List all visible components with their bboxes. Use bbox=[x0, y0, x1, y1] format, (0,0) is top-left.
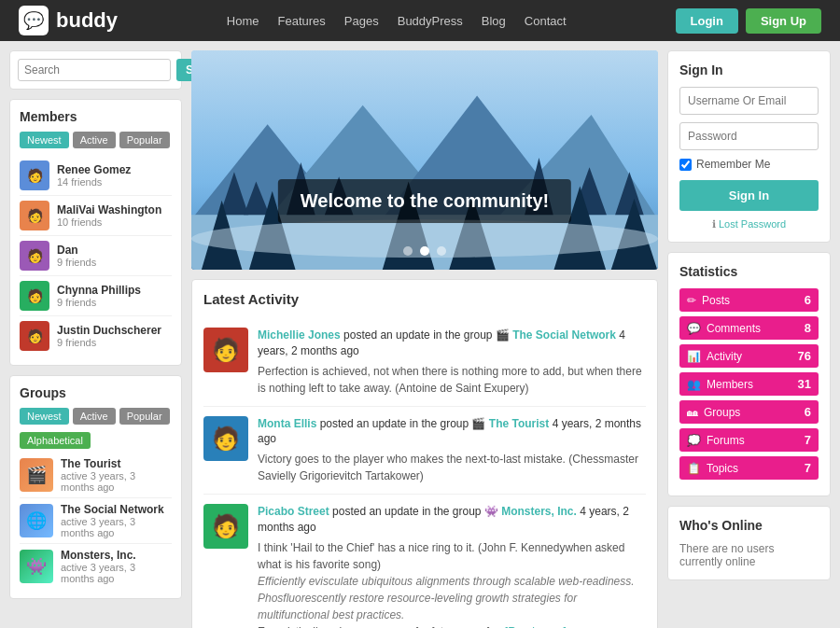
group-item: 🌐 The Social Network active 3 years, 3 m… bbox=[20, 498, 172, 544]
signin-password-input[interactable] bbox=[679, 122, 819, 150]
topics-icon: 📋 bbox=[687, 462, 701, 475]
activity-icon: 📊 bbox=[687, 350, 701, 363]
member-meta: 9 friends bbox=[57, 297, 141, 308]
member-info: Renee Gomez 14 friends bbox=[57, 163, 131, 188]
stat-left: 💬 Comments bbox=[687, 322, 761, 335]
group-avatar: 🌐 bbox=[20, 504, 53, 537]
nav-blog[interactable]: Blog bbox=[482, 14, 506, 28]
member-name[interactable]: Chynna Phillips bbox=[57, 284, 141, 297]
member-name[interactable]: Dan bbox=[57, 244, 96, 257]
member-name[interactable]: Renee Gomez bbox=[57, 163, 131, 176]
stat-left: 👥 Members bbox=[687, 378, 753, 391]
activity-group-link[interactable]: The Social Network bbox=[512, 328, 616, 342]
stat-members: 👥 Members 31 bbox=[679, 372, 819, 396]
remember-me-checkbox[interactable] bbox=[679, 159, 692, 171]
nav-home[interactable]: Home bbox=[227, 14, 259, 28]
group-name[interactable]: The Tourist bbox=[61, 457, 172, 470]
slider-dot-active[interactable] bbox=[420, 246, 429, 256]
activity-body-plain: I think 'Hail to the Chief' has a nice r… bbox=[258, 541, 624, 571]
activity-user-link[interactable]: Michellie Jones bbox=[258, 328, 341, 342]
logo-icon: 💬 bbox=[19, 6, 49, 35]
stat-groups: 🏘 Groups 6 bbox=[679, 400, 819, 424]
group-meta: active 3 years, 3 months ago bbox=[61, 470, 172, 493]
snow-scene: Welcome to the community! bbox=[191, 50, 658, 270]
signin-title: Sign In bbox=[679, 63, 819, 77]
activity-avatar: 🧑 bbox=[203, 504, 248, 549]
stat-activity: 📊 Activity 76 bbox=[679, 344, 819, 368]
stat-label: Activity bbox=[707, 350, 742, 363]
members-filters: Newest Active Popular bbox=[20, 132, 172, 148]
avatar: 🧑 bbox=[20, 160, 49, 190]
stat-label: Members bbox=[707, 378, 753, 391]
logo-area: 💬 buddy bbox=[19, 6, 118, 35]
member-item: 🧑 MaliVai Washington 10 friends bbox=[20, 196, 172, 236]
stat-left: 📋 Topics bbox=[687, 462, 738, 475]
group-item: 👾 Monsters, Inc. active 3 years, 3 month… bbox=[20, 544, 172, 589]
activity-group-link[interactable]: Monsters, Inc. bbox=[501, 505, 577, 518]
group-info: The Social Network active 3 years, 3 mon… bbox=[61, 503, 172, 538]
members-filter-active[interactable]: Active bbox=[73, 132, 116, 148]
stat-count: 31 bbox=[798, 377, 811, 391]
stat-count: 6 bbox=[805, 293, 811, 307]
pencil-icon: ✏ bbox=[687, 294, 696, 307]
activity-action: posted an update in the group bbox=[320, 417, 472, 430]
group-avatar: 🎬 bbox=[20, 458, 53, 492]
who-online-message: There are no users currently online bbox=[679, 542, 819, 568]
main-content: Welcome to the community! Latest Activit… bbox=[191, 50, 658, 628]
avatar-img: 🧑 bbox=[20, 281, 49, 311]
activity-body: I think 'Hail to the Chief' has a nice r… bbox=[258, 539, 646, 628]
member-name[interactable]: MaliVai Washington bbox=[57, 203, 161, 216]
nav-contact[interactable]: Contact bbox=[525, 14, 567, 28]
groups-filter-newest[interactable]: Newest bbox=[20, 408, 69, 425]
activity-content: Picabo Street posted an update in the gr… bbox=[258, 504, 646, 628]
nav-pages[interactable]: Pages bbox=[344, 14, 379, 28]
activity-group-link[interactable]: The Tourist bbox=[489, 417, 549, 430]
member-info: Justin Duchscherer 9 friends bbox=[57, 324, 161, 348]
activity-avatar: 🧑 bbox=[203, 328, 248, 372]
forums-icon: 💭 bbox=[687, 434, 701, 447]
groups-filter-popular[interactable]: Popular bbox=[119, 408, 170, 425]
signin-username-input[interactable] bbox=[679, 87, 819, 115]
stat-posts: ✏ Posts 6 bbox=[679, 288, 819, 312]
activity-body: Victory goes to the player who makes the… bbox=[258, 451, 646, 484]
search-input[interactable] bbox=[18, 59, 171, 81]
signin-panel: Sign In Remember Me Sign In ℹ Lost Passw… bbox=[667, 50, 831, 243]
avatar: 🧑 bbox=[20, 201, 49, 230]
group-info: Monsters, Inc. active 3 years, 3 months … bbox=[61, 549, 172, 584]
stat-left: 📊 Activity bbox=[687, 350, 742, 363]
groups-filter-active[interactable]: Active bbox=[73, 408, 116, 425]
member-meta: 14 friends bbox=[57, 176, 131, 188]
remember-me-row: Remember Me bbox=[679, 158, 819, 171]
signup-button[interactable]: Sign Up bbox=[746, 8, 821, 34]
group-name[interactable]: The Social Network bbox=[61, 503, 172, 516]
signin-button[interactable]: Sign In bbox=[679, 180, 819, 211]
slider-dot[interactable] bbox=[403, 246, 413, 256]
groups-filter-alpha[interactable]: Alphabetical bbox=[20, 432, 91, 449]
members-icon: 👥 bbox=[687, 378, 701, 391]
activity-user-link[interactable]: Picabo Street bbox=[258, 505, 329, 518]
avatar: 🧑 bbox=[20, 281, 49, 311]
nav-features[interactable]: Features bbox=[278, 14, 326, 28]
groups-filters: Newest Active Popular bbox=[20, 408, 172, 425]
activity-header: Michellie Jones posted an update in the … bbox=[258, 328, 646, 359]
nav-buddypress[interactable]: BuddyPress bbox=[398, 14, 463, 28]
slider-dot[interactable] bbox=[437, 246, 446, 256]
main-layout: Search Members Newest Active Popular 🧑 R… bbox=[0, 41, 840, 628]
stat-count: 8 bbox=[805, 321, 811, 335]
group-name[interactable]: Monsters, Inc. bbox=[61, 549, 172, 562]
member-info: MaliVai Washington 10 friends bbox=[57, 203, 161, 228]
statistics-panel: Statistics ✏ Posts 6 💬 Comments 8 📊 Acti… bbox=[667, 252, 831, 496]
activity-body-italic: Efficiently evisculate ubiquitous alignm… bbox=[258, 575, 635, 621]
member-info: Dan 9 friends bbox=[57, 244, 96, 268]
member-name[interactable]: Justin Duchscherer bbox=[57, 324, 161, 337]
stat-left: 🏘 Groups bbox=[687, 406, 740, 419]
activity-user-link[interactable]: Monta Ellis bbox=[258, 417, 316, 430]
members-filter-popular[interactable]: Popular bbox=[119, 132, 170, 148]
sidebar-left: Search Members Newest Active Popular 🧑 R… bbox=[9, 50, 182, 628]
activity-body: Perfection is achieved, not when there i… bbox=[258, 363, 646, 397]
login-button[interactable]: Login bbox=[676, 8, 738, 34]
avatar: 🧑 bbox=[20, 321, 49, 351]
activity-section: Latest Activity 🧑 Michellie Jones posted… bbox=[191, 279, 658, 628]
lost-password-link[interactable]: Lost Password bbox=[719, 218, 786, 230]
members-filter-newest[interactable]: Newest bbox=[20, 132, 69, 148]
